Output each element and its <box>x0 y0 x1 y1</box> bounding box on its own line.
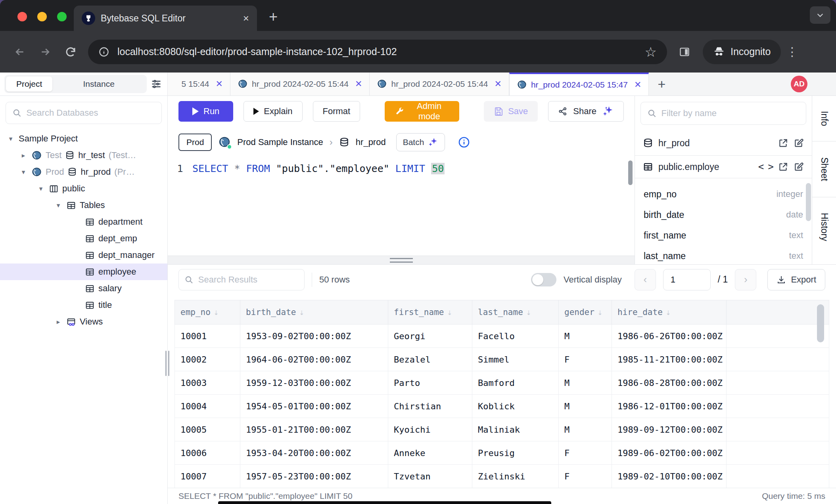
table-row[interactable]: 100021964-06-02T00:00:00ZBezalelSimmelF1… <box>175 348 829 371</box>
rail-tab-sheet[interactable]: Sheet <box>812 141 836 197</box>
column-row[interactable]: last_name text <box>644 246 803 264</box>
user-avatar[interactable]: AD <box>791 76 807 92</box>
zoom-window-button[interactable] <box>57 12 67 21</box>
filter-by-name-input[interactable] <box>662 108 800 118</box>
view-ddl-icon[interactable]: < > <box>758 161 773 172</box>
close-window-button[interactable] <box>17 12 27 21</box>
column-header[interactable]: gender⇣ <box>559 300 612 325</box>
rail-tab-info[interactable]: Info <box>812 96 836 141</box>
sort-icon[interactable]: ⇣ <box>526 307 531 317</box>
schema-filter[interactable] <box>640 102 806 125</box>
split-drag-handle[interactable] <box>168 256 635 264</box>
search-databases-input[interactable] <box>26 108 155 118</box>
sql-editor[interactable]: 1 SELECT * FROM "public"."employee" LIMI… <box>168 157 635 256</box>
close-tab-icon[interactable]: ✕ <box>216 79 223 89</box>
edit-icon[interactable] <box>794 138 804 148</box>
table-row[interactable]: 100071957-05-23T00:00:00ZTzvetanZielinsk… <box>175 465 829 488</box>
tree-item-table-employee[interactable]: employee <box>0 263 167 280</box>
side-panel-icon[interactable] <box>673 41 696 63</box>
sort-icon[interactable]: ⇣ <box>598 307 603 317</box>
sort-icon[interactable]: ⇣ <box>447 307 452 317</box>
column-header[interactable]: hire_date⇣ <box>612 300 727 325</box>
column-row[interactable]: emp_no integer <box>644 184 803 204</box>
new-query-tab-button[interactable]: + <box>649 73 674 95</box>
instance-name[interactable]: Prod Sample Instance <box>237 137 323 147</box>
forward-icon[interactable] <box>34 41 56 63</box>
run-button[interactable]: Run <box>178 101 233 122</box>
open-external-icon[interactable] <box>778 162 788 172</box>
query-tab-1[interactable]: 5 15:44 ✕ <box>168 73 230 95</box>
tab-instance[interactable]: Instance <box>52 76 145 92</box>
tree-item-tables-group[interactable]: ▾ Tables <box>0 197 167 214</box>
open-external-icon[interactable] <box>778 138 788 148</box>
table-row[interactable]: 100011953-09-02T00:00:00ZGeorgiFacelloM1… <box>175 325 829 348</box>
reload-icon[interactable] <box>59 41 82 63</box>
column-header[interactable]: emp_no⇣ <box>175 300 240 325</box>
window-controls[interactable] <box>17 12 67 21</box>
caret-down-icon[interactable]: ▾ <box>36 185 45 193</box>
batch-button[interactable]: Batch <box>396 133 445 151</box>
format-button[interactable]: Format <box>313 101 360 122</box>
tree-item-hr-test[interactable]: ▸ Test hr_test (Test… <box>0 147 167 164</box>
browser-tab-close-icon[interactable]: × <box>243 13 249 23</box>
page-number-input[interactable] <box>663 269 711 290</box>
panel-table-row[interactable]: public.employe < > <box>635 155 812 178</box>
column-header[interactable]: last_name⇣ <box>472 300 559 325</box>
close-tab-icon[interactable]: ✕ <box>495 79 502 89</box>
caret-down-icon[interactable]: ▾ <box>6 135 15 143</box>
panel-scrollbar[interactable] <box>806 183 811 221</box>
new-tab-button[interactable]: + <box>269 8 278 25</box>
column-header[interactable]: birth_date⇣ <box>240 300 388 325</box>
info-icon[interactable] <box>458 136 470 149</box>
database-name[interactable]: hr_prod <box>356 137 386 147</box>
table-row[interactable]: 100031959-12-03T00:00:00ZPartoBamfordM19… <box>175 371 829 395</box>
caret-down-icon[interactable]: ▾ <box>54 201 63 210</box>
tree-item-table-salary[interactable]: salary <box>0 280 167 297</box>
tree-settings-icon[interactable] <box>151 78 162 90</box>
edit-icon[interactable] <box>794 162 804 172</box>
table-row[interactable]: 100061953-04-20T00:00:00ZAnnekePreusigF1… <box>175 441 829 465</box>
rail-tab-history[interactable]: History <box>812 197 836 257</box>
back-icon[interactable] <box>9 41 31 63</box>
tree-item-schema-public[interactable]: ▾ public <box>0 180 167 197</box>
tree-item-hr-prod[interactable]: ▾ Prod hr_prod (Pr… <box>0 164 167 180</box>
ai-sparkle-icon[interactable] <box>602 105 614 117</box>
export-button[interactable]: Export <box>767 269 825 290</box>
table-row[interactable]: 100051955-01-21T00:00:00ZKyoichiMaliniak… <box>175 418 829 441</box>
browser-tab[interactable]: Bytebase SQL Editor × <box>74 6 257 31</box>
vertical-display-toggle[interactable] <box>531 273 556 286</box>
sort-icon[interactable]: ⇣ <box>214 307 219 317</box>
tab-project[interactable]: Project <box>6 76 52 92</box>
explain-button[interactable]: Explain <box>244 101 302 122</box>
browser-menu-icon[interactable]: ⋮ <box>784 45 800 59</box>
caret-right-icon[interactable]: ▸ <box>19 151 28 160</box>
column-row[interactable]: birth_date date <box>644 204 803 225</box>
search-results-input[interactable] <box>198 275 299 285</box>
site-info-icon[interactable] <box>98 46 109 57</box>
url-bar[interactable]: localhost:8080/sql-editor/prod-sample-in… <box>88 40 667 64</box>
query-tab-4-active[interactable]: hr_prod 2024-02-05 15:47 ✕ <box>509 73 649 95</box>
share-button[interactable]: Share <box>548 101 624 122</box>
tree-item-table-dept-manager[interactable]: dept_manager <box>0 247 167 263</box>
admin-mode-button[interactable]: Admin mode <box>385 101 459 122</box>
results-search[interactable] <box>178 269 305 290</box>
minimize-window-button[interactable] <box>37 12 47 21</box>
editor-scrollbar[interactable] <box>628 160 633 185</box>
tab-search-button[interactable] <box>810 6 830 24</box>
tree-item-table-title[interactable]: title <box>0 297 167 313</box>
column-row[interactable]: first_name text <box>644 225 803 246</box>
query-tab-3[interactable]: hr_prod 2024-02-05 15:44 ✕ <box>370 73 509 95</box>
tree-item-table-department[interactable]: department <box>0 214 167 230</box>
table-row[interactable]: 100041954-05-01T00:00:00ZChirstianKoblic… <box>175 395 829 418</box>
tree-item-views-group[interactable]: ▸ Views <box>0 313 167 330</box>
prev-page-button[interactable]: ‹ <box>635 269 656 290</box>
sort-icon[interactable]: ⇣ <box>666 307 671 317</box>
close-tab-icon[interactable]: ✕ <box>355 79 362 89</box>
panel-database-row[interactable]: hr_prod <box>635 131 812 155</box>
database-search[interactable] <box>6 102 162 124</box>
close-tab-icon[interactable]: ✕ <box>634 80 641 90</box>
bookmark-star-icon[interactable]: ☆ <box>645 44 657 60</box>
save-button[interactable]: Save <box>484 101 538 122</box>
query-tab-2[interactable]: hr_prod 2024-02-05 15:44 ✕ <box>230 73 370 95</box>
tree-item-table-dept-emp[interactable]: dept_emp <box>0 230 167 247</box>
